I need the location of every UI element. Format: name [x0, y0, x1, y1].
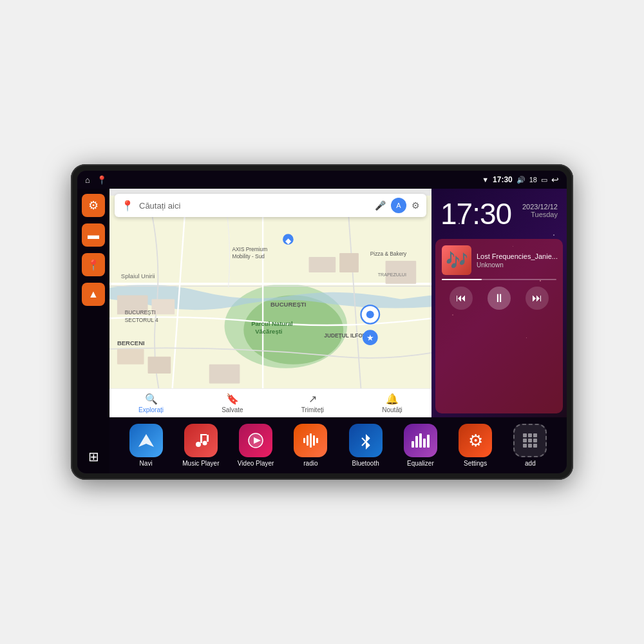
explore-icon: 🔍 [145, 393, 158, 405]
user-avatar[interactable]: A [391, 198, 406, 213]
music-icon-svg [192, 431, 210, 450]
svg-marker-34 [138, 434, 154, 447]
clock-day: Tuesday [522, 211, 558, 218]
svg-rect-13 [117, 349, 144, 365]
navigation-arrow-icon: ▲ [88, 289, 99, 300]
device-screen: ⌂ 📍 ▼ 17:30 🔊 18 ▭ ↩ ⚙ ▬ [77, 171, 567, 473]
top-section: Splaiul Unirii BUCUREȘTI SECTORUL 4 BERC… [109, 189, 567, 417]
app-item-radio[interactable]: radio [291, 424, 330, 467]
bluetooth-app-icon [349, 424, 383, 457]
map-news-btn[interactable]: 🔔 Noutăți [382, 393, 402, 413]
navi-label: Navi [140, 460, 153, 467]
music-player-app-icon [184, 424, 218, 457]
app-item-bluetooth[interactable]: Bluetooth [346, 424, 385, 467]
content-area: Splaiul Unirii BUCUREȘTI SECTORUL 4 BERC… [109, 189, 567, 473]
map-search-bar[interactable]: 📍 Căutați aici 🎤 A ⚙ [115, 194, 426, 217]
svg-text:TRAPEZULUI: TRAPEZULUI [378, 272, 406, 278]
app-item-video-player[interactable]: Video Player [236, 424, 275, 467]
car-infotainment-device: ⌂ 📍 ▼ 17:30 🔊 18 ▭ ↩ ⚙ ▬ [71, 164, 573, 480]
svg-text:Parcul Natural: Parcul Natural [251, 320, 293, 327]
app-item-equalizer[interactable]: Equalizer [401, 424, 440, 467]
app-item-navi[interactable]: Navi [127, 424, 166, 467]
svg-text:BERCENI: BERCENI [117, 339, 145, 346]
map-explore-btn[interactable]: 🔍 Explorați [138, 393, 164, 413]
svg-rect-37 [200, 435, 202, 443]
sidebar-btn-navigation[interactable]: ▲ [82, 283, 105, 306]
add-grid-icon [523, 433, 537, 448]
music-track-row: 🎶 Lost Frequencies_Janie... Unknown [442, 245, 556, 275]
pause-button[interactable]: ⏸ [488, 287, 511, 310]
map-svg: Splaiul Unirii BUCUREȘTI SECTORUL 4 BERC… [109, 189, 431, 417]
music-section[interactable]: 🎶 Lost Frequencies_Janie... Unknown [435, 239, 563, 413]
home-icon[interactable]: ⌂ [85, 175, 90, 185]
svg-text:Văcărești: Văcărești [255, 328, 282, 335]
navi-app-icon [129, 424, 163, 457]
app-grid-section: Navi [109, 417, 567, 473]
svg-point-36 [202, 441, 207, 446]
svg-text:★: ★ [366, 333, 374, 343]
map-saved-btn[interactable]: 🔖 Salvate [222, 393, 243, 413]
album-art-image: 🎶 [446, 250, 468, 271]
send-label: Trimiteți [301, 406, 324, 413]
svg-rect-15 [209, 365, 240, 384]
search-placeholder[interactable]: Căutați aici [139, 201, 370, 211]
sidebar-btn-settings[interactable]: ⚙ [82, 194, 105, 217]
wifi-icon: ▼ [482, 176, 489, 184]
app-item-settings[interactable]: ⚙ Settings [456, 424, 495, 467]
svg-rect-38 [207, 435, 209, 442]
radio-app-icon [294, 424, 327, 457]
svg-text:Splaiul Unirii: Splaiul Unirii [121, 272, 155, 279]
status-bar: ⌂ 📍 ▼ 17:30 🔊 18 ▭ ↩ [77, 171, 567, 189]
map-container[interactable]: Splaiul Unirii BUCUREȘTI SECTORUL 4 BERC… [109, 189, 431, 417]
map-send-btn[interactable]: ↗ Trimiteți [301, 393, 324, 413]
svg-text:AXIS Premium: AXIS Premium [232, 246, 267, 252]
svg-point-35 [196, 442, 201, 447]
add-app-icon [513, 424, 547, 457]
svg-text:JUDEȚUL ILFOV: JUDEȚUL ILFOV [324, 332, 366, 339]
music-progress-fill [442, 279, 482, 280]
news-label: Noutăți [382, 406, 402, 413]
video-player-label: Video Player [238, 460, 274, 467]
video-player-app-icon [239, 424, 272, 457]
microphone-icon[interactable]: 🎤 [375, 200, 386, 211]
explore-label: Explorați [138, 406, 164, 413]
app-item-add[interactable]: add [511, 424, 549, 467]
back-icon[interactable]: ↩ [551, 175, 559, 185]
svg-text:BUCUREȘTI: BUCUREȘTI [270, 301, 307, 308]
svg-text:BUCUREȘTI: BUCUREȘTI [125, 309, 156, 316]
volume-icon: 🔊 [516, 176, 526, 184]
clock-section: 17:30 2023/12/12 Tuesday [431, 189, 567, 235]
clock-time: 17:30 [440, 199, 511, 229]
svg-rect-10 [309, 257, 336, 272]
music-controls: ⏮ ⏸ ⏭ [442, 287, 556, 310]
sidebar-btn-maps[interactable]: 📍 [82, 253, 105, 276]
settings-label: Settings [464, 460, 487, 467]
main-area: ⚙ ▬ 📍 ▲ ⊞ [77, 189, 567, 473]
battery-icon: ▭ [541, 176, 547, 184]
gear-sidebar-icon: ⚙ [88, 198, 99, 213]
radio-label: radio [303, 460, 317, 467]
svg-text:Pizza & Bakery: Pizza & Bakery [370, 251, 407, 257]
maps-status-icon[interactable]: 📍 [97, 175, 107, 185]
app-grid: Navi [118, 424, 558, 467]
clock-date: 2023/12/12 [522, 203, 558, 211]
equalizer-label: Equalizer [407, 460, 434, 467]
map-bottom-bar: 🔍 Explorați 🔖 Salvate ↗ Trimiteți [109, 388, 431, 417]
map-settings-icon[interactable]: ⚙ [412, 200, 420, 211]
svg-rect-14 [148, 357, 171, 374]
status-right-info: ▼ 17:30 🔊 18 ▭ ↩ [482, 175, 559, 185]
settings-gear-icon: ⚙ [468, 431, 483, 451]
music-title: Lost Frequencies_Janie... [477, 252, 558, 260]
svg-text:Mobility - Sud: Mobility - Sud [232, 253, 265, 260]
saved-label: Salvate [222, 406, 243, 413]
previous-track-button[interactable]: ⏮ [450, 287, 473, 310]
app-item-music-player[interactable]: Music Player [182, 424, 220, 467]
sidebar-btn-apps[interactable]: ⊞ [82, 445, 105, 468]
radio-bars-icon [303, 433, 318, 448]
music-progress-bar[interactable] [442, 279, 556, 280]
music-info: Lost Frequencies_Janie... Unknown [477, 252, 558, 269]
next-track-button[interactable]: ⏭ [526, 287, 549, 310]
svg-rect-11 [339, 253, 359, 272]
news-icon: 🔔 [386, 393, 399, 405]
sidebar-btn-files[interactable]: ▬ [82, 223, 105, 247]
